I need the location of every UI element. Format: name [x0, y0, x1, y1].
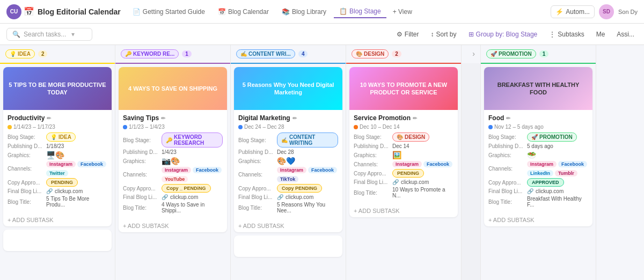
graphics-field: Graphics: 📷🎨	[123, 157, 223, 165]
search-icon: 🔍	[12, 31, 20, 38]
calendar-icon: 📅	[24, 6, 34, 17]
publishing-date-field: Publishing D... Dec 28	[238, 149, 338, 155]
channels-value: Instagram Facebook Twitter	[46, 161, 107, 176]
search-dropdown-icon: ▾	[71, 31, 75, 38]
blog-stage-field: Blog Stage: 🚀 PROMOTION	[488, 132, 588, 142]
channel-twitter: Twitter	[46, 170, 68, 176]
arrow-right-icon[interactable]: ›	[472, 49, 475, 58]
tab-library-icon: 📚	[282, 8, 290, 16]
subtasks-icon: ⋮	[549, 31, 555, 38]
channel-facebook: Facebook	[193, 167, 222, 173]
blog-stage-field: Blog Stage: 🔑 KEYWORD RESEARCH	[123, 132, 223, 148]
username: Son Dy	[618, 9, 638, 15]
publishing-date-field: Publishing D... 5 days ago	[488, 143, 588, 149]
search-box[interactable]: 🔍 Search tasks... ▾	[6, 28, 92, 41]
autom-icon: ⚡	[555, 8, 564, 16]
sort-icon: ↕	[431, 31, 434, 38]
copy-approval-field: Copy Appro... APPROVED	[488, 178, 588, 187]
me-button[interactable]: Me	[593, 28, 609, 40]
kanban-board: 💡 IDEA 2 5 TIPS TO BE MORE PRODUCTIVE TO…	[0, 45, 644, 280]
add-subtask[interactable]: + ADD SUBTASK	[484, 213, 592, 226]
blog-title-field: Blog Title: 5 Tips To Be More Produ...	[8, 196, 107, 208]
card-image-service: 10 WAYS TO PROMOTE A NEW PRODUCT OR SERV…	[349, 67, 458, 110]
card-date: Dec 24 – Dec 28	[238, 124, 338, 130]
add-subtask[interactable]: + ADD SUBTASK	[119, 219, 227, 232]
publishing-date-field: Publishing D... Dec 14	[354, 143, 453, 149]
copy-approval-value: PENDING	[392, 169, 424, 178]
final-blog-link-field: Final Blog Li... 🔗 clickup.com	[354, 179, 453, 185]
column-design: 🎨 DESIGN 2 10 WAYS TO PROMOTE A NEW PROD…	[346, 45, 462, 280]
add-subtask[interactable]: + ADD SUBTASK	[3, 213, 112, 226]
column-keyword: 🔑 KEYWORD RE... 1 4 WAYS TO SAVE ON SHIP…	[115, 45, 231, 280]
tab-blog-calendar[interactable]: 📅 Blog Calendar	[213, 6, 274, 18]
link-icon: 🔗	[162, 194, 168, 200]
card-service-promotion[interactable]: 10 WAYS TO PROMOTE A NEW PRODUCT OR SERV…	[349, 67, 458, 217]
graphics-field: Graphics: 🥗	[488, 151, 588, 159]
publishing-date-value: 1/18/23	[46, 143, 64, 149]
card-food[interactable]: BREAKFAST WITH HEALTHY FOOD Food ✏ Nov 1…	[484, 67, 592, 226]
card-date: Dec 10 – Dec 14	[354, 124, 453, 130]
card-image-digital: 5 Reasons Why You Need Digital Marketing	[234, 67, 342, 110]
blog-title-value: 5 Reasons Why You Nee...	[277, 202, 338, 213]
graphics-value: 🥗	[527, 151, 536, 159]
channel-facebook: Facebook	[77, 161, 106, 167]
card-body-digital: Digital Marketing ✏ Dec 24 – Dec 28 Blog…	[234, 110, 342, 219]
link-icon: 🔗	[392, 179, 399, 185]
card-saving-tips[interactable]: 4 WAYS TO SAVE ON SHIPPING Saving Tips ✏…	[119, 67, 227, 232]
card-bottom-idea[interactable]	[3, 230, 112, 251]
column-header-promotion: 🚀 PROMOTION 1	[481, 45, 596, 64]
stage-badge-design: 🎨 DESIGN	[352, 49, 389, 58]
card-date: 1/1/23 – 1/4/23	[123, 124, 223, 130]
autom-button[interactable]: ⚡ Autom...	[551, 5, 595, 18]
assign-button[interactable]: Assi...	[613, 28, 638, 40]
stage-badge-idea: 💡 IDEA	[5, 49, 35, 58]
column-body-keyword: 4 WAYS TO SAVE ON SHIPPING Saving Tips ✏…	[115, 64, 230, 280]
column-idea: 💡 IDEA 2 5 TIPS TO BE MORE PRODUCTIVE TO…	[0, 45, 115, 280]
group-button[interactable]: ⊞ Group by: Blog Stage	[465, 28, 541, 40]
edit-icon: ✏	[292, 115, 297, 121]
app-title: Blog Editorial Calendar	[38, 8, 121, 16]
channels-value: Instagram Facebook	[392, 161, 452, 167]
tab-getting-started[interactable]: 📄 Getting Started Guide	[127, 6, 210, 18]
top-nav: CU 📅 Blog Editorial Calendar 📄 Getting S…	[0, 0, 644, 24]
add-view-button[interactable]: + View	[389, 6, 416, 18]
add-subtask[interactable]: + ADD SUBTASK	[349, 204, 458, 217]
subtasks-button[interactable]: ⋮ Subtasks	[546, 28, 587, 40]
card-date: 1/14/23 – 1/17/23	[8, 124, 107, 130]
blog-title-value: 10 Ways to Promote a N...	[392, 187, 453, 198]
add-subtask[interactable]: + ADD SUBTASK	[234, 219, 342, 232]
sort-button[interactable]: ↕ Sort by	[428, 28, 460, 40]
link-icon: 🔗	[46, 188, 53, 194]
col-count-idea: 2	[38, 50, 48, 57]
avatar[interactable]: SD	[599, 4, 614, 19]
stage-badge-content: ✍ CONTENT WRI...	[236, 49, 295, 58]
channel-facebook: Facebook	[423, 161, 452, 167]
copy-approval-value: Copy PENDING	[277, 184, 322, 193]
col-count-design: 2	[392, 50, 401, 57]
publishing-date-field: Publishing D... 1/4/23	[123, 149, 223, 155]
date-dot	[238, 125, 243, 129]
blog-stage-field: Blog Stage: 💡 IDEA	[8, 132, 107, 142]
blog-stage-value: ✍ CONTENT WRITING	[277, 132, 338, 148]
card-productivity[interactable]: 5 TIPS TO BE MORE PRODUCTIVE TODAY Produ…	[3, 67, 112, 226]
card-title-saving: Saving Tips ✏	[123, 114, 223, 122]
filter-button[interactable]: ⚙ Filter	[393, 28, 422, 40]
tab-blog-stage[interactable]: 📋 Blog Stage	[334, 5, 386, 18]
blog-title-value: 4 Ways to Save in Shippi...	[162, 202, 223, 213]
card-digital-marketing[interactable]: 5 Reasons Why You Need Digital Marketing…	[234, 67, 342, 232]
channel-instagram: Instagram	[162, 167, 191, 173]
blog-stage-value: 🎨 DESIGN	[392, 132, 429, 142]
graphics-value: 🖼️	[392, 151, 401, 159]
channel-youtube: YouTube	[162, 176, 188, 182]
card-image-saving: 4 WAYS TO SAVE ON SHIPPING	[119, 67, 227, 110]
card-image-food: BREAKFAST WITH HEALTHY FOOD	[484, 67, 592, 110]
blog-title-field: Blog Title: 4 Ways to Save in Shippi...	[123, 202, 223, 213]
channel-instagram: Instagram	[46, 161, 76, 167]
final-blog-link-value: 🔗 clickup.com	[527, 188, 564, 194]
tab-blog-library[interactable]: 📚 Blog Library	[276, 6, 332, 18]
channels-field: Channels: Instagram Facebook	[354, 161, 453, 167]
card-bottom-content[interactable]	[234, 235, 342, 257]
column-content: ✍ CONTENT WRI... 4 5 Reasons Why You Nee…	[231, 45, 346, 280]
edit-icon: ✏	[47, 115, 51, 121]
edit-icon: ✏	[161, 115, 165, 121]
